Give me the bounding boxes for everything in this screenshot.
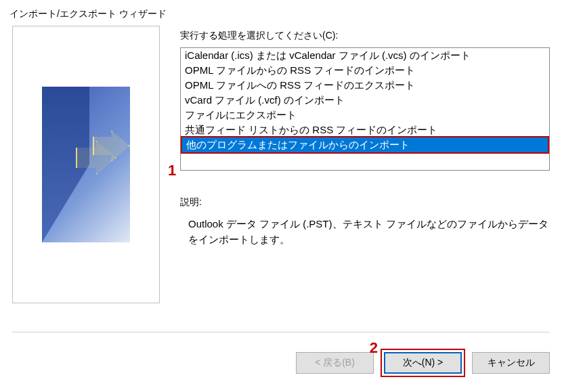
arrow-icon — [76, 127, 130, 188]
wizard-graphic-panel — [12, 26, 160, 303]
description-text: Outlook データ ファイル (.PST)、テキスト ファイルなどのファイル… — [180, 217, 550, 247]
right-panel: 実行する処理を選択してください(C): iCalendar (.ics) または… — [180, 26, 550, 303]
list-item[interactable]: iCalendar (.ics) または vCalendar ファイル (.vc… — [181, 48, 549, 63]
list-item[interactable]: 共通フィード リストからの RSS フィードのインポート — [181, 123, 549, 137]
annotation-marker-2: 2 — [370, 339, 378, 357]
next-button-highlight: 次へ(N) > — [381, 349, 465, 377]
description-section: 説明: Outlook データ ファイル (.PST)、テキスト ファイルなどの… — [180, 196, 550, 247]
list-item[interactable]: ファイルにエクスポート — [181, 108, 549, 123]
list-item[interactable]: OPML ファイルへの RSS フィードのエクスポート — [181, 78, 549, 93]
next-button[interactable]: 次へ(N) > — [384, 352, 462, 374]
button-row: < 戻る(B) 次へ(N) > キャンセル — [296, 349, 550, 377]
list-item[interactable]: OPML ファイルからの RSS フィードのインポート — [181, 63, 549, 78]
separator — [12, 332, 550, 332]
annotation-marker-1: 1 — [168, 162, 176, 179]
cancel-button[interactable]: キャンセル — [472, 352, 550, 374]
description-label: 説明: — [180, 196, 550, 209]
action-list-label: 実行する処理を選択してください(C): — [180, 30, 550, 42]
back-button: < 戻る(B) — [296, 352, 374, 374]
wizard-graphic — [42, 87, 130, 242]
list-item[interactable]: vCard ファイル (.vcf) のインポート — [181, 93, 549, 108]
content-area: 実行する処理を選択してください(C): iCalendar (.ics) または… — [0, 26, 562, 303]
action-list-box[interactable]: iCalendar (.ics) または vCalendar ファイル (.vc… — [180, 47, 550, 171]
dialog-title: インポート/エクスポート ウィザード — [0, 0, 562, 26]
list-item-selected[interactable]: 他のプログラムまたはファイルからのインポート — [181, 136, 549, 154]
